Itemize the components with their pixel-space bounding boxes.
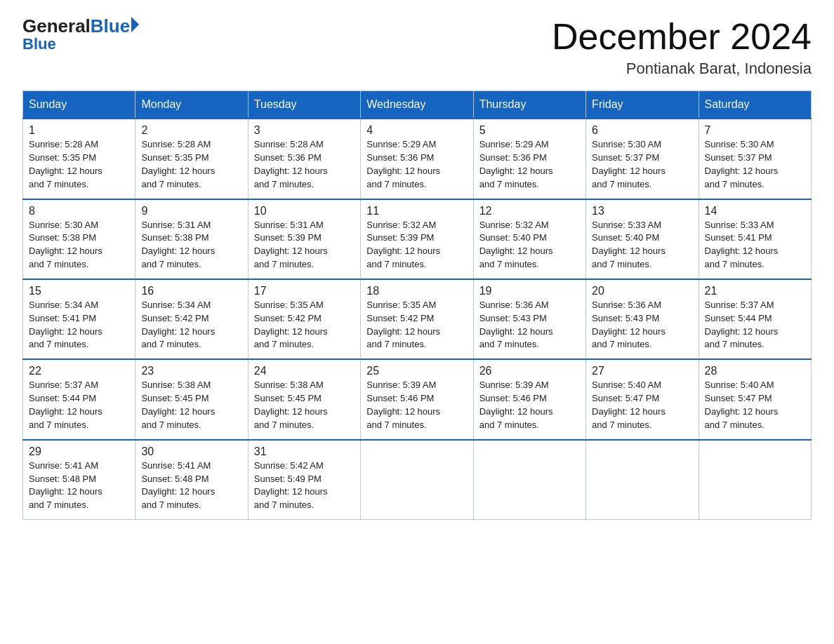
day-number: 7 — [705, 124, 805, 137]
day-number: 19 — [479, 285, 580, 297]
calendar-cell: 7Sunrise: 5:30 AMSunset: 5:37 PMDaylight… — [699, 119, 811, 199]
day-info: Sunrise: 5:33 AMSunset: 5:40 PMDaylight:… — [592, 219, 692, 271]
calendar-table: SundayMondayTuesdayWednesdayThursdayFrid… — [22, 90, 812, 520]
calendar-cell — [586, 440, 699, 520]
calendar-cell: 24Sunrise: 5:38 AMSunset: 5:45 PMDayligh… — [248, 359, 360, 439]
day-number: 18 — [366, 285, 467, 297]
header-cell-thursday: Thursday — [473, 91, 585, 119]
day-info: Sunrise: 5:40 AMSunset: 5:47 PMDaylight:… — [705, 379, 805, 431]
day-number: 20 — [592, 285, 692, 297]
day-number: 10 — [254, 205, 355, 217]
day-number: 16 — [141, 285, 241, 297]
week-row-2: 8Sunrise: 5:30 AMSunset: 5:38 PMDaylight… — [23, 199, 812, 279]
header-cell-saturday: Saturday — [699, 91, 811, 119]
day-info: Sunrise: 5:36 AMSunset: 5:43 PMDaylight:… — [479, 299, 580, 351]
week-row-5: 29Sunrise: 5:41 AMSunset: 5:48 PMDayligh… — [23, 440, 812, 520]
day-info: Sunrise: 5:30 AMSunset: 5:37 PMDaylight:… — [705, 138, 805, 191]
calendar-cell: 1Sunrise: 5:28 AMSunset: 5:35 PMDaylight… — [23, 119, 135, 199]
day-number: 8 — [29, 205, 129, 217]
calendar-cell: 21Sunrise: 5:37 AMSunset: 5:44 PMDayligh… — [699, 279, 811, 359]
calendar-cell: 5Sunrise: 5:29 AMSunset: 5:36 PMDaylight… — [473, 119, 585, 199]
day-info: Sunrise: 5:31 AMSunset: 5:38 PMDaylight:… — [141, 219, 241, 271]
day-number: 6 — [592, 124, 692, 137]
day-info: Sunrise: 5:34 AMSunset: 5:42 PMDaylight:… — [141, 299, 241, 351]
day-info: Sunrise: 5:31 AMSunset: 5:39 PMDaylight:… — [254, 219, 355, 271]
logo-blue-text: Blue — [91, 17, 130, 35]
day-info: Sunrise: 5:35 AMSunset: 5:42 PMDaylight:… — [366, 299, 467, 351]
day-info: Sunrise: 5:29 AMSunset: 5:36 PMDaylight:… — [479, 138, 580, 191]
day-number: 9 — [141, 205, 241, 217]
day-number: 26 — [479, 365, 580, 377]
day-number: 23 — [141, 365, 241, 377]
title-block: December 2024 Pontianak Barat, Indonesia — [552, 17, 812, 78]
day-info: Sunrise: 5:28 AMSunset: 5:35 PMDaylight:… — [29, 138, 129, 191]
page-header: General Blue Blue December 2024 Pontiana… — [22, 17, 812, 78]
calendar-cell: 6Sunrise: 5:30 AMSunset: 5:37 PMDaylight… — [586, 119, 699, 199]
calendar-subtitle: Pontianak Barat, Indonesia — [552, 60, 812, 78]
logo-general: General — [22, 17, 91, 35]
calendar-cell: 15Sunrise: 5:34 AMSunset: 5:41 PMDayligh… — [23, 279, 135, 359]
calendar-cell: 14Sunrise: 5:33 AMSunset: 5:41 PMDayligh… — [699, 199, 811, 279]
week-row-3: 15Sunrise: 5:34 AMSunset: 5:41 PMDayligh… — [23, 279, 812, 359]
day-info: Sunrise: 5:37 AMSunset: 5:44 PMDaylight:… — [29, 379, 129, 431]
header-cell-tuesday: Tuesday — [248, 91, 360, 119]
week-row-1: 1Sunrise: 5:28 AMSunset: 5:35 PMDaylight… — [23, 119, 812, 199]
day-number: 14 — [705, 205, 805, 217]
day-number: 3 — [254, 124, 355, 137]
day-info: Sunrise: 5:38 AMSunset: 5:45 PMDaylight:… — [141, 379, 241, 431]
day-info: Sunrise: 5:34 AMSunset: 5:41 PMDaylight:… — [29, 299, 129, 351]
day-number: 22 — [29, 365, 129, 377]
header-cell-friday: Friday — [586, 91, 699, 119]
calendar-cell: 4Sunrise: 5:29 AMSunset: 5:36 PMDaylight… — [361, 119, 473, 199]
calendar-cell: 23Sunrise: 5:38 AMSunset: 5:45 PMDayligh… — [135, 359, 248, 439]
day-number: 21 — [705, 285, 805, 297]
day-number: 12 — [479, 205, 580, 217]
day-info: Sunrise: 5:39 AMSunset: 5:46 PMDaylight:… — [366, 379, 467, 431]
day-info: Sunrise: 5:32 AMSunset: 5:40 PMDaylight:… — [479, 219, 580, 271]
day-number: 1 — [29, 124, 129, 137]
calendar-cell: 13Sunrise: 5:33 AMSunset: 5:40 PMDayligh… — [586, 199, 699, 279]
day-number: 27 — [592, 365, 692, 377]
header-cell-monday: Monday — [135, 91, 248, 119]
day-info: Sunrise: 5:40 AMSunset: 5:47 PMDaylight:… — [592, 379, 692, 431]
day-info: Sunrise: 5:29 AMSunset: 5:36 PMDaylight:… — [366, 138, 467, 191]
calendar-cell: 25Sunrise: 5:39 AMSunset: 5:46 PMDayligh… — [361, 359, 473, 439]
calendar-cell: 27Sunrise: 5:40 AMSunset: 5:47 PMDayligh… — [586, 359, 699, 439]
calendar-cell: 28Sunrise: 5:40 AMSunset: 5:47 PMDayligh… — [699, 359, 811, 439]
calendar-cell — [361, 440, 473, 520]
logo-subtitle: Blue — [22, 35, 56, 53]
calendar-cell: 18Sunrise: 5:35 AMSunset: 5:42 PMDayligh… — [361, 279, 473, 359]
calendar-cell: 20Sunrise: 5:36 AMSunset: 5:43 PMDayligh… — [586, 279, 699, 359]
calendar-title: December 2024 — [552, 17, 812, 57]
calendar-cell: 17Sunrise: 5:35 AMSunset: 5:42 PMDayligh… — [248, 279, 360, 359]
day-number: 5 — [479, 124, 580, 137]
day-number: 25 — [366, 365, 467, 377]
calendar-cell: 19Sunrise: 5:36 AMSunset: 5:43 PMDayligh… — [473, 279, 585, 359]
day-info: Sunrise: 5:42 AMSunset: 5:49 PMDaylight:… — [254, 459, 355, 512]
calendar-cell: 3Sunrise: 5:28 AMSunset: 5:36 PMDaylight… — [248, 119, 360, 199]
day-number: 2 — [141, 124, 241, 137]
day-number: 15 — [29, 285, 129, 297]
day-info: Sunrise: 5:37 AMSunset: 5:44 PMDaylight:… — [705, 299, 805, 351]
calendar-cell — [699, 440, 811, 520]
day-info: Sunrise: 5:32 AMSunset: 5:39 PMDaylight:… — [366, 219, 467, 271]
logo-arrow-icon — [131, 17, 139, 32]
calendar-cell: 9Sunrise: 5:31 AMSunset: 5:38 PMDaylight… — [135, 199, 248, 279]
calendar-cell: 16Sunrise: 5:34 AMSunset: 5:42 PMDayligh… — [135, 279, 248, 359]
calendar-cell: 2Sunrise: 5:28 AMSunset: 5:35 PMDaylight… — [135, 119, 248, 199]
header-cell-wednesday: Wednesday — [361, 91, 473, 119]
day-info: Sunrise: 5:33 AMSunset: 5:41 PMDaylight:… — [705, 219, 805, 271]
day-number: 29 — [29, 445, 129, 458]
calendar-cell: 11Sunrise: 5:32 AMSunset: 5:39 PMDayligh… — [361, 199, 473, 279]
day-number: 17 — [254, 285, 355, 297]
calendar-cell: 29Sunrise: 5:41 AMSunset: 5:48 PMDayligh… — [23, 440, 135, 520]
day-info: Sunrise: 5:41 AMSunset: 5:48 PMDaylight:… — [29, 459, 129, 512]
calendar-cell: 31Sunrise: 5:42 AMSunset: 5:49 PMDayligh… — [248, 440, 360, 520]
logo: General Blue Blue — [22, 17, 139, 53]
calendar-header: SundayMondayTuesdayWednesdayThursdayFrid… — [23, 91, 812, 119]
week-row-4: 22Sunrise: 5:37 AMSunset: 5:44 PMDayligh… — [23, 359, 812, 439]
day-info: Sunrise: 5:28 AMSunset: 5:36 PMDaylight:… — [254, 138, 355, 191]
header-row: SundayMondayTuesdayWednesdayThursdayFrid… — [23, 91, 812, 119]
calendar-body: 1Sunrise: 5:28 AMSunset: 5:35 PMDaylight… — [23, 119, 812, 519]
calendar-cell — [473, 440, 585, 520]
